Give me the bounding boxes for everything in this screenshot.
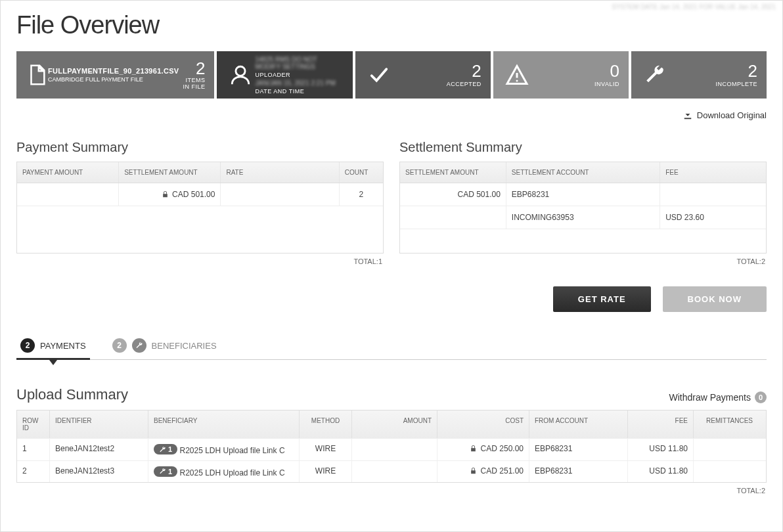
card-file: FULLPAYMENTFILE_90_213961.CSV CAMBRIDGE … <box>16 51 214 99</box>
lock-icon <box>470 466 476 473</box>
table-row: INCOMING63953 USD 23.60 <box>400 206 766 229</box>
lock-icon <box>162 190 168 196</box>
download-label: Download Original <box>697 110 767 120</box>
payments-badge: 2 <box>20 338 35 353</box>
settlement-summary-panel: Settlement Summary SETTLEMENT AMOUNT SET… <box>399 140 767 269</box>
ss-header-account: SETTLEMENT ACCOUNT <box>506 162 660 183</box>
accepted-label: ACCEPTED <box>393 81 481 87</box>
u-head-amount: AMOUNT <box>352 410 437 438</box>
wrench-icon <box>640 64 669 86</box>
withdraw-payments-link[interactable]: Withdraw Payments 0 <box>669 391 767 403</box>
svg-point-2 <box>516 80 518 82</box>
u-head-beneficiary: BENEFICIARY <box>148 410 300 438</box>
u-head-fee: FEE <box>628 410 694 438</box>
settlement-summary-title: Settlement Summary <box>399 140 767 155</box>
uploader-name-blur: 14825 RMS DO NOT MODIFY SETTINGS <box>255 56 343 70</box>
invalid-count: 0 <box>531 62 619 79</box>
invalid-label: INVALID <box>531 81 619 87</box>
payment-summary-panel: Payment Summary PAYMENT AMOUNT SETTLEMEN… <box>16 140 384 269</box>
upload-total: TOTAL:2 <box>16 483 767 499</box>
uploader-date-blur: JAN/JAN 15, 2021 2:21 PM <box>255 79 335 87</box>
incomplete-pill[interactable]: 1 <box>154 444 177 454</box>
file-items-label: ITEMS IN FILE <box>179 77 205 90</box>
ps-header-amount: PAYMENT AMOUNT <box>17 162 119 183</box>
user-icon <box>226 62 255 87</box>
tabs: 2 PAYMENTS 2 BENEFICIARIES <box>16 332 767 360</box>
tab-payments[interactable]: 2 PAYMENTS <box>16 332 90 359</box>
datetime-label: DATE AND TIME <box>255 88 304 95</box>
ss-header-amount: SETTLEMENT AMOUNT <box>400 162 506 183</box>
ss-total: TOTAL:2 <box>399 254 767 269</box>
uploader-label: UPLOADER <box>255 72 290 78</box>
system-date-blur: SYSTEM DATE Jan 14, 2021 FOR VALUE Jan 1… <box>612 3 776 11</box>
ps-header-rate: RATE <box>221 162 339 183</box>
u-head-rowid: ROW ID <box>17 410 50 438</box>
file-icon <box>26 62 48 88</box>
summary-cards: FULLPAYMENTFILE_90_213961.CSV CAMBRIDGE … <box>16 51 767 99</box>
u-head-method: METHOD <box>300 410 352 438</box>
card-incomplete: 2 INCOMPLETE <box>631 51 767 99</box>
incomplete-label: INCOMPLETE <box>669 81 757 87</box>
book-now-button[interactable]: BOOK NOW <box>663 286 767 312</box>
withdraw-badge: 0 <box>755 391 767 403</box>
card-accepted: 2 ACCEPTED <box>355 51 491 99</box>
u-head-cost: COST <box>437 410 529 438</box>
wrench-pill-icon <box>132 338 146 353</box>
svg-point-0 <box>236 66 245 76</box>
beneficiaries-badge: 2 <box>112 338 127 353</box>
ps-total: TOTAL:1 <box>16 254 384 269</box>
lock-icon <box>470 444 476 451</box>
table-row: CAD 501.00 EBP68231 <box>400 183 766 206</box>
payment-summary-title: Payment Summary <box>16 140 384 155</box>
u-head-remit: REMITTANCES <box>694 410 758 438</box>
table-row[interactable]: 2BeneJAN12test31 R2025 LDH Upload file L… <box>17 460 766 483</box>
table-row[interactable]: 1BeneJAN12test21 R2025 LDH Upload file L… <box>17 438 766 460</box>
upload-table: ROW ID IDENTIFIER BENEFICIARY METHOD AMO… <box>16 410 767 483</box>
card-invalid: 0 INVALID <box>493 51 629 99</box>
file-desc: CAMBRIDGE FULL PAYMENT FILE <box>48 76 143 83</box>
card-uploader: 14825 RMS DO NOT MODIFY SETTINGS UPLOADE… <box>217 51 352 99</box>
upload-summary-title: Upload Summary <box>16 386 128 403</box>
accepted-count: 2 <box>393 62 481 79</box>
payments-label: PAYMENTS <box>40 341 86 351</box>
check-icon <box>365 65 393 85</box>
ps-header-settlement: SETTLEMENT AMOUNT <box>119 162 221 183</box>
file-name: FULLPAYMENTFILE_90_213961.CSV <box>48 67 179 75</box>
get-rate-button[interactable]: GET RATE <box>553 286 651 312</box>
withdraw-label: Withdraw Payments <box>669 392 751 403</box>
u-head-identifier: IDENTIFIER <box>50 410 148 438</box>
warning-icon <box>503 63 531 87</box>
ps-header-count: COUNT <box>340 162 383 183</box>
beneficiaries-label: BENEFICIARIES <box>152 341 217 351</box>
download-original-link[interactable]: Download Original <box>16 99 767 140</box>
incomplete-count: 2 <box>669 62 757 79</box>
ss-header-fee: FEE <box>660 162 766 183</box>
u-head-from: FROM ACCOUNT <box>529 410 628 438</box>
tab-beneficiaries[interactable]: 2 BENEFICIARIES <box>108 332 221 359</box>
file-items-count: 2 <box>179 60 205 77</box>
incomplete-pill[interactable]: 1 <box>154 466 177 477</box>
table-row: CAD 501.00 2 <box>17 183 383 206</box>
